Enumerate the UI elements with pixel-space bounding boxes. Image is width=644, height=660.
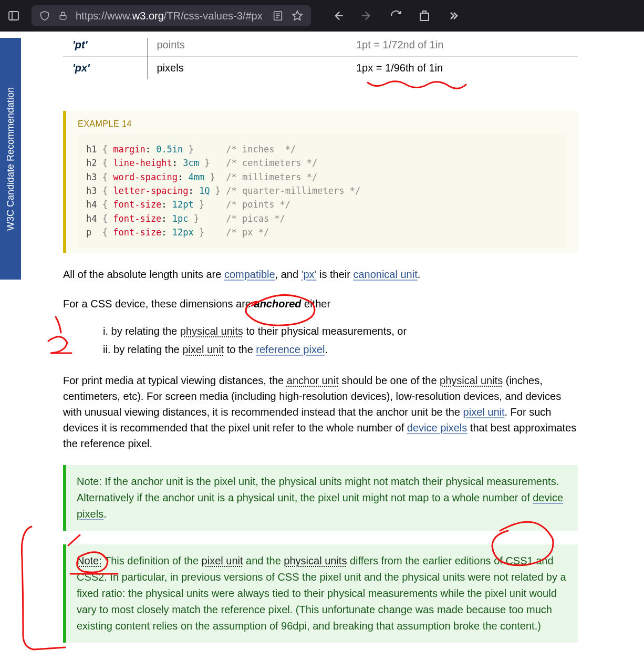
unit-desc-cell: 1pt = 1/72nd of 1in	[347, 38, 578, 57]
paragraph: All of the absolute length units are com…	[63, 266, 578, 282]
list-item: by relating the physical units to their …	[103, 322, 633, 341]
url-bar[interactable]: https://www.w3.org/TR/css-values-3/#px	[32, 5, 311, 26]
table-row: px pixels 1px = 1/96th of 1in	[63, 57, 578, 80]
lock-icon[interactable]	[58, 11, 68, 21]
link-pixel-unit[interactable]: pixel unit	[202, 555, 243, 566]
unit-name-cell: pixels	[147, 57, 347, 80]
paragraph: For a CSS device, these dimensions are a…	[63, 296, 578, 312]
code-block: h1 { margin: 0.5in } /* inches */ h2 { l…	[78, 134, 566, 248]
svg-rect-0	[9, 12, 18, 20]
term-anchored: anchored	[254, 298, 302, 310]
link-pixel-unit[interactable]: pixel unit	[182, 344, 224, 355]
reader-mode-icon[interactable]	[272, 10, 284, 22]
example-title: EXAMPLE 14	[78, 119, 566, 129]
shield-icon[interactable]	[39, 10, 50, 22]
unit-name-cell: points	[147, 38, 347, 57]
example-box: EXAMPLE 14 h1 { margin: 0.5in } /* inche…	[63, 111, 578, 253]
paragraph: For print media at typical viewing dista…	[63, 373, 578, 451]
link-physical-units[interactable]: physical units	[284, 555, 347, 566]
nav-back-icon[interactable]	[331, 9, 345, 23]
link-px[interactable]: 'px'	[302, 269, 317, 280]
note-box: Note: This definition of the pixel unit …	[63, 544, 578, 643]
link-physical-units[interactable]: physical units	[180, 325, 243, 337]
sidebar-toggle-icon[interactable]	[7, 9, 20, 22]
list-item: by relating the pixel unit to the refere…	[103, 341, 633, 359]
nav-forward-icon[interactable]	[360, 9, 374, 23]
note-box: Note: If the anchor unit is the pixel un…	[63, 465, 578, 531]
link-compatible[interactable]: compatible	[224, 269, 275, 280]
ordered-list: by relating the physical units to their …	[63, 322, 633, 359]
overflow-icon[interactable]	[446, 9, 459, 22]
link-canonical-unit[interactable]: canonical unit	[353, 269, 417, 280]
page-content: pt points 1pt = 1/72nd of 1in px pixels …	[21, 38, 644, 643]
reload-icon[interactable]	[390, 9, 402, 22]
link-pixel-unit[interactable]: pixel unit	[463, 406, 505, 418]
units-table: pt points 1pt = 1/72nd of 1in px pixels …	[63, 38, 578, 79]
unit-cell: px	[63, 57, 147, 80]
unit-cell: pt	[63, 38, 147, 57]
link-physical-units[interactable]: physical units	[440, 375, 503, 386]
link-device-pixels[interactable]: device pixels	[407, 422, 468, 434]
svg-rect-2	[60, 15, 66, 19]
url-text: https://www.w3.org/TR/css-values-3/#px	[76, 10, 263, 22]
link-reference-pixel[interactable]: reference pixel	[256, 344, 325, 355]
bookmark-star-icon[interactable]	[291, 9, 304, 22]
link-anchor-unit[interactable]: anchor unit	[287, 375, 339, 386]
note-label: Note:	[77, 555, 102, 566]
table-row: pt points 1pt = 1/72nd of 1in	[63, 38, 578, 57]
unit-desc-cell: 1px = 1/96th of 1in	[347, 57, 578, 80]
browser-toolbar: https://www.w3.org/TR/css-values-3/#px	[0, 0, 644, 32]
doc-status-sidebar: W3C Candidate Recommendation	[0, 38, 21, 280]
install-icon[interactable]	[418, 9, 431, 22]
